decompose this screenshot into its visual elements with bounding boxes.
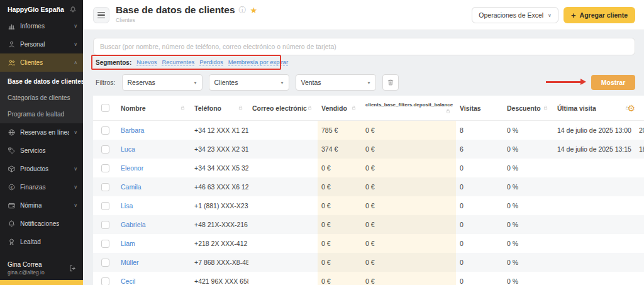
cell-email xyxy=(248,159,318,177)
chevron-down-icon: ∨ xyxy=(74,42,77,47)
table-row[interactable]: Eleonor+34 34 XXX X5 320 €0 €00 % xyxy=(93,159,644,177)
table-row[interactable]: Cecil+421 96X XXX 6580 €0 €00 % xyxy=(93,272,644,285)
sidebar-subitem-base-de-datos-de-clientes[interactable]: Base de datos de clientes xyxy=(0,73,83,89)
table-row[interactable]: Liam+218 2X XXX-4120 €0 €00 % xyxy=(93,234,644,253)
row-checkbox[interactable] xyxy=(101,277,109,285)
gear-icon[interactable]: ⚙ xyxy=(627,103,635,113)
user-block[interactable]: Gina Correa gina.c@alteg.io xyxy=(0,258,83,279)
cell-name[interactable]: Cecil xyxy=(117,272,191,285)
topbar: Base de datos de clientes ⓘ ★ Clientes O… xyxy=(83,0,644,30)
cell-deposit: 0 € xyxy=(362,121,456,140)
column-header-sold[interactable]: Vendido xyxy=(318,96,362,120)
cell-name[interactable]: Gabriela xyxy=(117,215,191,234)
cell-deposit: 0 € xyxy=(362,215,456,234)
column-header-visits[interactable]: Visitas xyxy=(456,96,503,120)
row-checkbox[interactable] xyxy=(101,183,109,191)
table-row[interactable]: Lisa+1 (881) XXX-X2370 €0 €00 % xyxy=(93,196,644,215)
cell-extra xyxy=(635,196,644,215)
sidebar-menu: Informes∨Personal∨Clientes∧Base de datos… xyxy=(0,17,83,251)
bell-icon xyxy=(8,220,16,228)
lock-icon xyxy=(543,105,548,111)
column-header-discount[interactable]: Descuento xyxy=(503,96,553,120)
filter-select-clientes[interactable]: Clientes▾ xyxy=(209,74,289,91)
add-client-button[interactable]: + Agregar cliente xyxy=(564,7,635,23)
sidebar-subitem-categorias-de-clientes[interactable]: Categorías de clientes xyxy=(0,89,83,106)
row-checkbox-cell xyxy=(93,215,117,234)
sidebar-item-reservas-en-linea[interactable]: Reservas en línea∨ xyxy=(0,123,83,142)
sidebar-item-servicios[interactable]: Servicios xyxy=(0,142,83,160)
sidebar-item-personal[interactable]: Personal∨ xyxy=(0,35,83,53)
row-checkbox[interactable] xyxy=(101,240,109,248)
logout-icon[interactable] xyxy=(69,264,77,272)
cell-name[interactable]: Eleonor xyxy=(117,159,191,177)
cell-name[interactable]: Camila xyxy=(117,177,191,196)
table-row[interactable]: Gabriela+48 21X-XXX-2160 €0 €00 % xyxy=(93,215,644,234)
cell-sold: 0 € xyxy=(318,196,362,215)
sidebar-item-finanzas[interactable]: €Finanzas∨ xyxy=(0,178,83,196)
lock-icon xyxy=(180,105,186,111)
cell-deposit: 0 € xyxy=(362,234,456,253)
cell-last_visit xyxy=(553,159,635,177)
row-checkbox[interactable] xyxy=(101,126,109,135)
brand[interactable]: HappyGio España xyxy=(0,0,83,17)
row-checkbox[interactable] xyxy=(101,221,109,229)
chevron-down-icon: ▾ xyxy=(194,80,196,86)
excel-operations-button[interactable]: Operaciones de Excel ∨ xyxy=(472,7,558,23)
select-all-checkbox[interactable] xyxy=(101,104,109,112)
table-row[interactable]: Müller+7 868 XXX-X8-480 €0 €00 % xyxy=(93,253,644,272)
row-checkbox[interactable] xyxy=(101,145,109,154)
row-checkbox-cell xyxy=(93,253,117,272)
row-checkbox[interactable] xyxy=(101,259,109,267)
cell-name[interactable]: Lisa xyxy=(117,196,191,215)
sidebar-item-nomina[interactable]: Nómina∨ xyxy=(0,196,83,215)
cell-name[interactable]: Müller xyxy=(117,253,191,272)
sidebar-item-lealtad[interactable]: Lealtad xyxy=(0,233,83,251)
clear-filters-button[interactable] xyxy=(382,74,399,91)
table-row[interactable]: Camila+46 63 XXX X6 120 €0 €00 % xyxy=(93,177,644,196)
show-button[interactable]: Mostrar xyxy=(591,75,635,90)
cell-name[interactable]: Luca xyxy=(117,140,191,159)
sidebar-item-productos[interactable]: Productos∨ xyxy=(0,160,83,178)
segment-link-nuevos[interactable]: Nuevos xyxy=(136,59,157,66)
segment-link-perdidos[interactable]: Perdidos xyxy=(199,59,223,66)
cell-discount: 0 % xyxy=(503,140,553,159)
row-checkbox-cell xyxy=(93,159,117,177)
filter-select-ventas[interactable]: Ventas▾ xyxy=(296,74,376,91)
cell-phone: +7 868 XXX-X8-48 xyxy=(191,253,248,272)
filter-select-reservas[interactable]: Reservas▾ xyxy=(122,74,203,91)
sidebar-item-notificaciones[interactable]: Notificaciones xyxy=(0,215,83,233)
column-header-extra xyxy=(635,96,644,120)
menu-toggle-button[interactable] xyxy=(93,7,109,23)
search-input[interactable] xyxy=(93,38,635,55)
column-header-deposit[interactable]: clients_base_filters.deposit_balance xyxy=(362,96,456,120)
cell-extra: 18 xyxy=(635,140,644,159)
cell-visits: 0 xyxy=(456,159,503,177)
row-checkbox-cell xyxy=(93,234,117,253)
segment-link-recurrentes[interactable]: Recurrentes xyxy=(162,59,194,66)
column-header-email[interactable]: Correo electrónico xyxy=(248,96,318,120)
chart-icon xyxy=(8,22,16,30)
chevron-down-icon: ∨ xyxy=(74,203,77,208)
sidebar-item-informes[interactable]: Informes∨ xyxy=(0,17,83,35)
cell-discount: 0 % xyxy=(503,177,553,196)
segment-link-membresia-por-expirar[interactable]: Membresía por expirar xyxy=(228,59,289,66)
column-header-name[interactable]: Nombre xyxy=(117,96,191,120)
row-checkbox[interactable] xyxy=(101,164,109,172)
cell-deposit: 0 € xyxy=(362,253,456,272)
favorite-star-icon[interactable]: ★ xyxy=(250,6,258,15)
info-icon[interactable]: ⓘ xyxy=(239,5,247,16)
table-row[interactable]: Luca+34 23 XXX X2 31374 €0 €60 %14 de ju… xyxy=(93,140,644,159)
cell-name[interactable]: Barbara xyxy=(117,121,191,140)
column-header-last_visit[interactable]: Última visita xyxy=(553,96,635,120)
sidebar-item-clientes[interactable]: Clientes∧ xyxy=(0,53,83,72)
sidebar-subitem-programa-de-lealtad[interactable]: Programa de lealtad xyxy=(0,106,83,122)
top-actions: Operaciones de Excel ∨ + Agregar cliente xyxy=(472,7,635,23)
table-row[interactable]: Barbara+34 12 XXX X1 21785 €0 €80 %14 de… xyxy=(93,121,644,140)
row-checkbox[interactable] xyxy=(101,202,109,210)
cell-name[interactable]: Liam xyxy=(117,234,191,253)
segment-links: NuevosRecurrentesPerdidosMembresía por e… xyxy=(136,59,288,66)
column-header-phone[interactable]: Teléfono xyxy=(191,96,248,120)
cell-visits: 8 xyxy=(456,121,503,140)
cell-visits: 0 xyxy=(456,215,503,234)
bell-icon[interactable] xyxy=(69,6,77,13)
